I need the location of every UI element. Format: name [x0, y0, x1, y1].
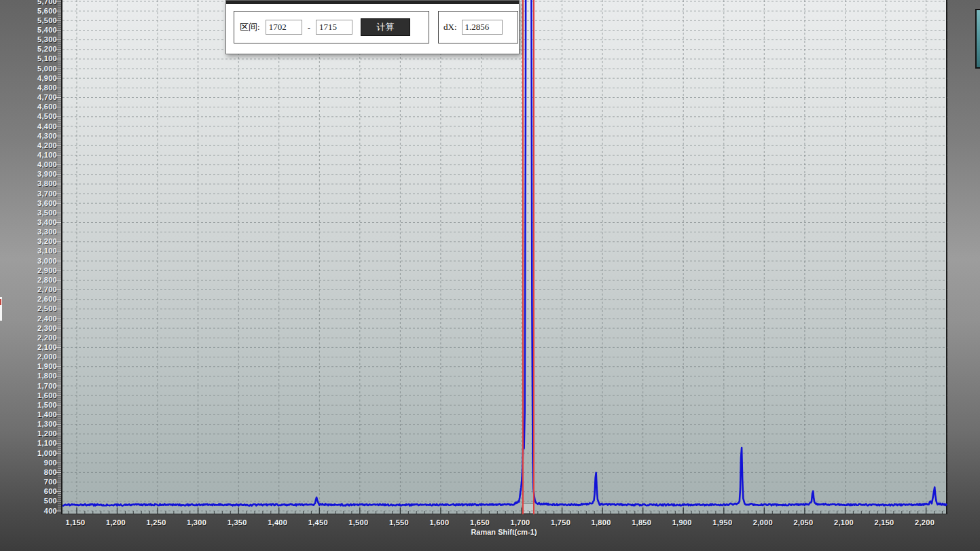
- x-tick-label: 2,050: [793, 518, 813, 527]
- spectrum-line: [62, 0, 947, 505]
- x-tick-label: 2,000: [753, 518, 773, 527]
- x-tick-label: 1,850: [632, 518, 651, 527]
- measure-dialog[interactable]: 区间: - 计算 dX:: [225, 0, 520, 54]
- x-tick-label: 1,450: [308, 518, 328, 527]
- x-tick-label: 2,150: [874, 518, 894, 527]
- left-edge-marker: [0, 299, 1, 305]
- x-tick-label: 1,300: [187, 518, 206, 527]
- x-tick-label: 1,650: [470, 518, 490, 527]
- x-tick-label: 1,150: [65, 518, 85, 527]
- interval-from-input[interactable]: [266, 20, 302, 35]
- interval-label: 区间:: [240, 21, 260, 33]
- interval-to-input[interactable]: [316, 20, 352, 35]
- x-tick-label: 1,900: [672, 518, 692, 527]
- x-tick-label: 1,550: [389, 518, 409, 527]
- cursor-line-left[interactable]: [522, 0, 524, 514]
- x-tick-label: 1,750: [551, 518, 570, 527]
- x-tick-label: 2,200: [915, 518, 934, 527]
- dx-value-input[interactable]: [462, 20, 503, 35]
- dx-label: dX:: [443, 22, 457, 33]
- spectrum-chart: [62, 0, 947, 514]
- app-window: 4005006007008009001,0001,1001,2001,3001,…: [0, 0, 980, 551]
- x-tick-label: 1,700: [510, 518, 530, 527]
- cursor-line-right[interactable]: [533, 0, 534, 514]
- x-tick-label: 1,250: [147, 518, 166, 527]
- x-tick-label: 1,800: [592, 518, 611, 527]
- x-tick-label: 1,950: [712, 518, 732, 527]
- x-axis: Raman Shift(cm-1) 1,1501,2001,2501,3001,…: [0, 514, 980, 551]
- calculate-button[interactable]: 计算: [361, 18, 410, 36]
- interval-groupbox: 区间: - 计算: [234, 11, 429, 43]
- edge-panel: [975, 9, 980, 69]
- dx-groupbox: dX:: [438, 11, 518, 43]
- x-tick-label: 1,500: [348, 518, 368, 527]
- x-tick-label: 1,350: [228, 518, 247, 527]
- y-axis: 4005006007008009001,0001,1001,2001,3001,…: [0, 0, 58, 514]
- y-axis-ticks: [52, 0, 61, 514]
- x-axis-title: Raman Shift(cm-1): [471, 528, 537, 536]
- x-tick-label: 1,200: [106, 518, 126, 527]
- x-tick-label: 1,600: [429, 518, 449, 527]
- x-tick-label: 2,100: [834, 518, 854, 527]
- plot-area[interactable]: [61, 0, 947, 514]
- interval-dash: -: [308, 22, 310, 33]
- x-tick-label: 1,400: [268, 518, 287, 527]
